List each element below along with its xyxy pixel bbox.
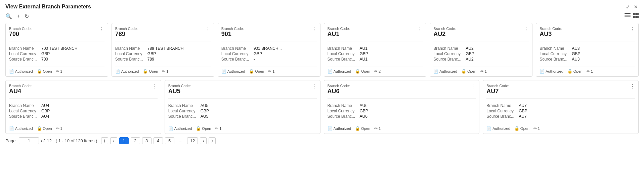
card-menu-icon[interactable]: ⋮	[205, 27, 211, 32]
source-branch-value: AU6	[360, 114, 368, 119]
card-details: Branch Name AU1 Local Currency GBP Sourc…	[328, 46, 423, 65]
card-divider	[328, 41, 423, 41]
expand-icon[interactable]: ⤢	[625, 3, 631, 10]
page-12-btn[interactable]: 12	[187, 137, 198, 144]
branch-code-label: Branch Code:	[9, 84, 32, 88]
refresh-icon[interactable]: ↻	[25, 13, 29, 20]
search-icon[interactable]: 🔍	[5, 13, 12, 20]
page-label: Page	[5, 138, 15, 143]
edit-count-value: 1	[60, 126, 62, 131]
branch-card-au7: Branch Code: AU7 ⋮ Branch Name AU7 Local…	[483, 80, 639, 134]
branch-card-au1: Branch Code: AU1 ⋮ Branch Name AU1 Local…	[324, 23, 427, 77]
prev-page-btn[interactable]: ‹	[110, 137, 117, 144]
card-details: Branch Name AU2 Local Currency GBP Sourc…	[433, 46, 529, 65]
page-3-btn[interactable]: 3	[142, 137, 152, 144]
edit-count: ✏ 1	[374, 126, 381, 131]
local-currency-value: GBP	[519, 109, 527, 113]
branch-name-value: AU6	[360, 103, 368, 108]
close-icon[interactable]: ✕	[633, 3, 639, 10]
branch-name-label: Branch Name	[486, 103, 517, 108]
card-footer: 📄 Authorized 🔓 Open ✏ 1	[115, 67, 211, 74]
card-menu-icon[interactable]: ⋮	[311, 27, 317, 32]
lock-icon: 🔓	[355, 126, 360, 131]
card-details: Branch Name 901 BRANCH... Local Currency…	[221, 46, 317, 65]
authorized-icon: 📄	[328, 126, 333, 131]
open-status: 🔓 Open	[249, 69, 264, 74]
source-branch-row: Source Branc... 789	[115, 57, 211, 62]
card-menu-icon[interactable]: ⋮	[152, 84, 158, 89]
next-page-btn[interactable]: ›	[200, 137, 207, 144]
page-title: View External Branch Parameters	[5, 4, 91, 10]
open-label: Open	[202, 126, 211, 131]
page-5-btn[interactable]: 5	[165, 137, 174, 144]
page-4-btn[interactable]: 4	[154, 137, 163, 144]
add-icon[interactable]: +	[17, 13, 20, 19]
page-1-btn[interactable]: 1	[119, 137, 129, 144]
card-menu-icon[interactable]: ⋮	[470, 84, 476, 89]
grid-view-icon[interactable]	[633, 13, 639, 20]
authorized-status: 📄 Authorized	[9, 69, 33, 74]
list-view-icon[interactable]	[625, 13, 631, 19]
card-menu-icon[interactable]: ⋮	[311, 84, 317, 89]
card-details: Branch Name AU7 Local Currency GBP Sourc…	[486, 103, 635, 122]
card-header: Branch Code: AU6 ⋮	[328, 84, 476, 95]
card-header: Branch Code: AU3 ⋮	[540, 27, 635, 38]
card-menu-icon[interactable]: ⋮	[630, 27, 635, 32]
branch-code-label: Branch Code:	[328, 84, 350, 88]
card-footer: 📄 Authorized 🔓 Open ✏ 1	[9, 67, 104, 74]
source-branch-row: Source Branc... AU6	[328, 114, 476, 119]
local-currency-value: GBP	[147, 51, 156, 56]
authorized-icon: 📄	[486, 126, 491, 131]
branch-name-row: Branch Name AU6	[328, 103, 476, 108]
of-label: of	[41, 138, 45, 143]
page-2-btn[interactable]: 2	[131, 137, 140, 144]
lock-icon: 🔓	[355, 69, 360, 74]
branch-code-value: AU3	[540, 31, 562, 38]
local-currency-row: Local Currency GBP	[486, 109, 635, 113]
edit-icon: ✏	[374, 69, 378, 74]
local-currency-label: Local Currency	[540, 51, 570, 56]
local-currency-value: GBP	[41, 51, 50, 56]
source-branch-row: Source Branc... AU4	[9, 114, 158, 119]
open-label: Open	[43, 126, 52, 131]
pagination-row: Page of 12 ( 1 - 10 of 120 items ) ⟨ ‹ 1…	[5, 137, 639, 144]
local-currency-row: Local Currency GBP	[328, 51, 423, 56]
page-input[interactable]	[19, 137, 39, 144]
svg-rect-2	[625, 16, 631, 17]
branch-name-label: Branch Name	[540, 46, 570, 51]
local-currency-value: GBP	[254, 51, 262, 56]
local-currency-label: Local Currency	[328, 51, 358, 56]
lock-icon: 🔓	[514, 126, 519, 131]
first-page-btn[interactable]: ⟨	[101, 137, 108, 144]
open-label: Open	[149, 69, 158, 73]
local-currency-row: Local Currency GBP	[221, 51, 317, 56]
open-status: 🔓 Open	[461, 69, 476, 74]
edit-count: ✏ 2	[374, 69, 381, 74]
local-currency-label: Local Currency	[433, 51, 464, 56]
local-currency-label: Local Currency	[221, 51, 252, 56]
branch-name-label: Branch Name	[221, 46, 252, 51]
edit-count: ✏ 1	[56, 69, 62, 74]
card-menu-icon[interactable]: ⋮	[630, 84, 635, 89]
open-label: Open	[361, 126, 370, 131]
open-label: Open	[467, 69, 476, 73]
card-details: Branch Name AU6 Local Currency GBP Sourc…	[328, 103, 476, 122]
authorized-icon: 📄	[9, 69, 14, 74]
card-menu-icon[interactable]: ⋮	[417, 27, 423, 32]
source-branch-value: 789	[147, 57, 154, 62]
open-status: 🔓 Open	[37, 126, 52, 131]
last-page-btn[interactable]: ⟩	[209, 137, 216, 144]
branch-name-value: AU1	[360, 46, 368, 51]
source-branch-label: Source Branc...	[328, 57, 358, 62]
source-branch-label: Source Branc...	[328, 114, 358, 119]
card-menu-icon[interactable]: ⋮	[99, 27, 104, 32]
card-menu-icon[interactable]: ⋮	[523, 27, 529, 32]
card-header: Branch Code: AU4 ⋮	[9, 84, 158, 95]
local-currency-row: Local Currency GBP	[115, 51, 211, 56]
edit-count: ✏ 1	[268, 69, 274, 74]
card-header: Branch Code: AU1 ⋮	[328, 27, 423, 38]
svg-rect-3	[633, 13, 636, 15]
edit-count: ✏ 1	[533, 126, 540, 131]
edit-count: ✏ 1	[480, 69, 487, 74]
branch-name-row: Branch Name AU3	[540, 46, 635, 51]
